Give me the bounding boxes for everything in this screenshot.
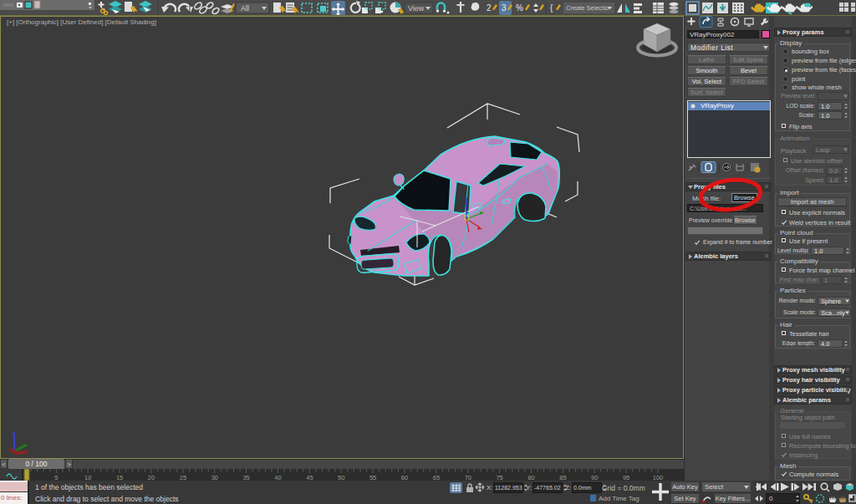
- svg-text:10: 10: [84, 474, 91, 481]
- svg-text:80: 80: [527, 474, 534, 481]
- svg-text:40: 40: [274, 474, 281, 481]
- svg-text:85: 85: [559, 474, 566, 481]
- svg-text:25: 25: [180, 474, 186, 481]
- svg-text:15: 15: [116, 474, 123, 481]
- svg-text:90: 90: [591, 474, 598, 481]
- svg-text:35: 35: [242, 474, 249, 481]
- svg-text:5: 5: [54, 474, 58, 481]
- svg-text:50: 50: [338, 474, 344, 481]
- svg-text:55: 55: [369, 474, 376, 481]
- svg-text:60: 60: [401, 474, 408, 481]
- svg-text:100: 100: [653, 474, 664, 481]
- svg-text:95: 95: [623, 474, 629, 481]
- svg-text:75: 75: [496, 474, 502, 481]
- svg-text:30: 30: [211, 474, 218, 481]
- svg-text:70: 70: [465, 474, 471, 481]
- svg-text:45: 45: [306, 474, 313, 481]
- svg-text:65: 65: [433, 474, 440, 481]
- svg-text:20: 20: [148, 474, 155, 481]
